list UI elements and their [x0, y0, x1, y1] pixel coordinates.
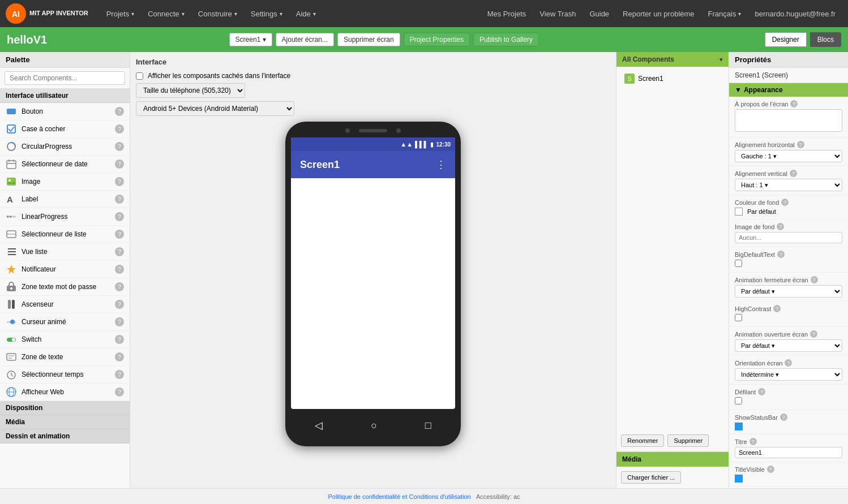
phone-title-bar: Screen1 ⋮ [291, 151, 455, 178]
high-contrast-help[interactable]: ? [773, 305, 781, 312]
defilant-help[interactable]: ? [758, 388, 765, 395]
defilant-label: Défilant ? [735, 388, 842, 395]
title-visible-checkbox-blue [735, 475, 743, 483]
disposition-section[interactable]: Disposition [0, 401, 130, 415]
search-input[interactable] [5, 71, 125, 85]
palette-item-linearprogress[interactable]: LinearProgress ? [0, 208, 130, 226]
palette-item-temps[interactable]: Sélectionneur temps ? [0, 366, 130, 384]
palette-item-web[interactable]: Afficheur Web ? [0, 384, 130, 401]
delete-button[interactable]: Supprimer [667, 434, 709, 447]
palette-item-circularprogress[interactable]: CircularProgress ? [0, 138, 130, 156]
titre-input[interactable] [735, 447, 842, 458]
recents-button[interactable]: □ [425, 420, 431, 432]
align-h-select[interactable]: Gauche : 1 ▾ [735, 150, 842, 162]
nav-aide[interactable]: Aide ▾ [289, 0, 323, 27]
switch-help[interactable]: ? [115, 335, 124, 344]
titre-help[interactable]: ? [750, 438, 757, 445]
big-default-checkbox[interactable] [735, 260, 742, 267]
back-button[interactable]: ◁ [315, 419, 323, 432]
nav-connecte[interactable]: Connecte ▾ [141, 0, 191, 27]
nav-projets[interactable]: Projets ▾ [100, 0, 141, 27]
nav-langue[interactable]: Français ▾ [701, 0, 748, 27]
align-h-help[interactable]: ? [797, 141, 804, 148]
palette-item-password[interactable]: Zone texte mot de passe ? [0, 278, 130, 296]
publish-gallery-button[interactable]: Publish to Gallery [473, 33, 539, 46]
orientation-help[interactable]: ? [785, 359, 792, 367]
screen1-button[interactable]: Screen1 ▾ [229, 33, 272, 46]
temps-help[interactable]: ? [115, 370, 124, 379]
palette-item-vueliste[interactable]: Vue liste ? [0, 243, 130, 261]
password-help[interactable]: ? [115, 282, 124, 291]
label-help[interactable]: ? [115, 195, 124, 204]
palette-item-switch[interactable]: Switch ? [0, 331, 130, 348]
privacy-link[interactable]: Politique de confidentialité et Conditio… [328, 493, 470, 500]
anim-close-select[interactable]: Par défaut ▾ [735, 285, 842, 298]
rename-button[interactable]: Renommer [621, 434, 664, 447]
nav-construire[interactable]: Construire ▾ [191, 0, 244, 27]
zonetexte-help[interactable]: ? [115, 352, 124, 361]
project-properties-button[interactable]: Project Properties [404, 33, 470, 46]
nav-mes-projets[interactable]: Mes Projets [481, 0, 533, 27]
svg-rect-28 [7, 354, 16, 360]
checkbox-help[interactable]: ? [115, 124, 124, 133]
high-contrast-checkbox[interactable] [735, 314, 742, 321]
palette-item-notificateur[interactable]: Notificateur ? [0, 261, 130, 278]
palette-item-ascenseur[interactable]: Ascenseur ? [0, 296, 130, 313]
nav-guide[interactable]: Guide [583, 0, 616, 27]
dessin-section[interactable]: Dessin et animation [0, 429, 130, 443]
align-v-help[interactable]: ? [790, 170, 797, 177]
show-status-help[interactable]: ? [780, 413, 787, 421]
image-fond-input[interactable] [735, 232, 842, 243]
svg-point-21 [10, 287, 12, 290]
align-v-select[interactable]: Haut : 1 ▾ [735, 179, 842, 191]
defilant-checkbox[interactable] [735, 397, 742, 404]
curseur-help[interactable]: ? [115, 317, 124, 326]
supprimer-ecran-button[interactable]: Supprimer écran [337, 33, 400, 46]
ascenseur-help[interactable]: ? [115, 300, 124, 309]
date-help[interactable]: ? [115, 160, 124, 169]
blocs-button[interactable]: Blocs [810, 32, 841, 47]
palette-item-date[interactable]: Sélectionneur de date ? [0, 156, 130, 173]
designer-button[interactable]: Designer [765, 32, 807, 47]
upload-file-button[interactable]: Charger fichier ... [621, 471, 681, 484]
title-visible-help[interactable]: ? [767, 466, 774, 473]
anim-open-select[interactable]: Par défaut ▾ [735, 339, 842, 352]
linearprogress-help[interactable]: ? [115, 212, 124, 221]
orientation-select[interactable]: Indétermine ▾ [735, 368, 842, 381]
media-section-palette[interactable]: Média [0, 415, 130, 429]
image-fond-help[interactable]: ? [777, 223, 784, 230]
home-button[interactable]: ○ [371, 420, 377, 432]
apropos-help[interactable]: ? [790, 100, 798, 107]
palette-item-liste[interactable]: Sélectionneur de liste ? [0, 226, 130, 243]
palette-item-label[interactable]: A Label ? [0, 191, 130, 208]
apropos-input[interactable] [735, 109, 842, 132]
bouton-help[interactable]: ? [115, 107, 124, 116]
liste-help[interactable]: ? [115, 230, 124, 239]
nav-settings[interactable]: Settings ▾ [244, 0, 289, 27]
web-help[interactable]: ? [115, 387, 124, 397]
ajouter-ecran-button[interactable]: Ajouter écran... [276, 33, 334, 46]
nav-view-trash[interactable]: View Trash [533, 0, 583, 27]
notificateur-help[interactable]: ? [115, 265, 124, 274]
nav-reporter[interactable]: Reporter un problème [616, 0, 701, 27]
screen1-tree-item[interactable]: S Screen1 [621, 71, 724, 86]
palette-item-image[interactable]: Image ? [0, 173, 130, 191]
couleur-help[interactable]: ? [781, 199, 789, 206]
palette-item-checkbox[interactable]: Case à cocher ? [0, 120, 130, 138]
big-default-help[interactable]: ? [777, 251, 785, 258]
anim-open-help[interactable]: ? [810, 330, 817, 338]
ui-section-title[interactable]: Interface utilisateur [0, 89, 130, 103]
image-help[interactable]: ? [115, 177, 124, 186]
circularprogress-help[interactable]: ? [115, 142, 124, 151]
components-dropdown-btn[interactable]: ▾ [719, 56, 723, 63]
show-hidden-checkbox[interactable] [136, 72, 143, 80]
palette-item-zonetexte[interactable]: Zone de texte ? [0, 348, 130, 366]
nav-user[interactable]: bernardo.huguet@free.fr [748, 0, 842, 27]
svg-rect-9 [7, 178, 16, 186]
palette-item-bouton[interactable]: Bouton ? [0, 103, 130, 120]
palette-item-curseur[interactable]: Curseur animé ? [0, 313, 130, 331]
size-select[interactable]: Taille du téléphone (505,320) [136, 83, 245, 98]
android-select[interactable]: Android 5+ Devices (Android Material) [136, 101, 294, 116]
vueliste-help[interactable]: ? [115, 247, 124, 256]
anim-close-help[interactable]: ? [811, 276, 818, 283]
